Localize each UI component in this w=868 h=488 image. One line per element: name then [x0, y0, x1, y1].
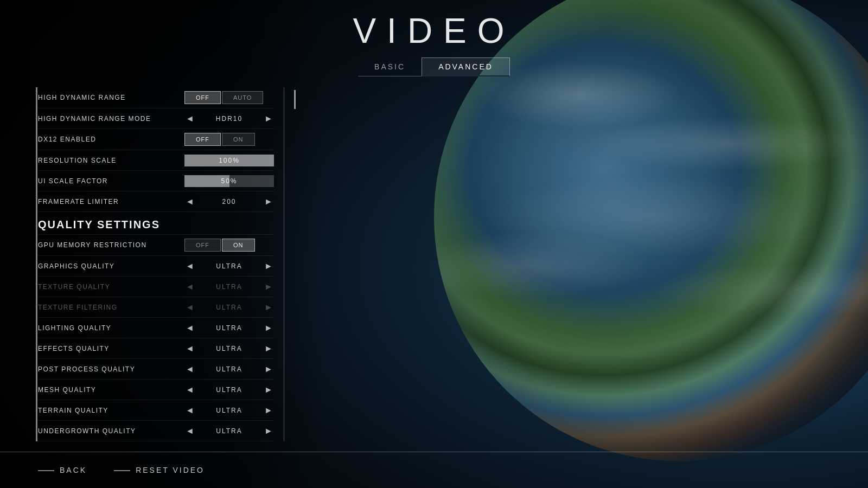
setting-undergrowth-quality: UNDERGROWTH QUALITY ◄ ULTRA ►: [38, 421, 274, 441]
label-terrain-quality: TERRAIN QUALITY: [38, 407, 184, 414]
label-hdr-mode: HIGH DYNAMIC RANGE MODE: [38, 115, 184, 123]
value-resolution-scale: 100%: [219, 157, 240, 164]
selector-mesh-quality: ◄ ULTRA ►: [184, 386, 274, 394]
selector-undergrowth-quality: ◄ ULTRA ►: [184, 427, 274, 435]
arrow-right-texture-quality[interactable]: ►: [263, 282, 274, 291]
setting-mesh-quality: MESH QUALITY ◄ ULTRA ►: [38, 380, 274, 400]
label-lighting-quality: LIGHTING QUALITY: [38, 324, 184, 332]
arrow-left-post-process[interactable]: ◄: [184, 365, 195, 374]
label-dx12: DX12 ENABLED: [38, 136, 184, 143]
setting-effects-quality: EFFECTS QUALITY ◄ ULTRA ►: [38, 338, 274, 359]
arrow-left-undergrowth[interactable]: ◄: [184, 427, 195, 435]
selector-hdr-mode: ◄ HDR10 ►: [184, 114, 274, 123]
arrow-left-lighting[interactable]: ◄: [184, 324, 195, 332]
label-undergrowth-quality: UNDERGROWTH QUALITY: [38, 427, 184, 435]
back-button[interactable]: BACK: [38, 463, 87, 477]
arrow-right-graphics[interactable]: ►: [263, 262, 274, 271]
slider-resolution-scale[interactable]: 100%: [184, 155, 274, 166]
arrow-right-framerate[interactable]: ►: [263, 197, 274, 206]
selector-framerate: ◄ 200 ►: [184, 197, 274, 206]
arrow-left-hdr-mode[interactable]: ◄: [184, 114, 195, 123]
main-content: VIDEO BASIC ADVANCED HIGH DYNAMIC RANGE …: [0, 0, 868, 488]
setting-texture-filtering: TEXTURE FILTERING ◄ ULTRA ►: [38, 297, 274, 318]
setting-high-dynamic-range: HIGH DYNAMIC RANGE OFF AUTO: [38, 87, 274, 108]
header: VIDEO BASIC ADVANCED: [0, 0, 868, 76]
tab-advanced[interactable]: ADVANCED: [422, 57, 510, 76]
toggle-off-hdr[interactable]: OFF: [184, 91, 221, 104]
bottom-bar: BACK RESET VIDEO: [0, 452, 868, 488]
tab-bar: BASIC ADVANCED: [358, 57, 510, 76]
value-framerate: 200: [200, 198, 259, 206]
toggle-auto-hdr[interactable]: AUTO: [222, 91, 263, 104]
value-graphics-quality: ULTRA: [200, 262, 259, 270]
label-effects-quality: EFFECTS QUALITY: [38, 345, 184, 352]
value-mesh-quality: ULTRA: [200, 386, 259, 394]
arrow-right-undergrowth[interactable]: ►: [263, 427, 274, 435]
arrow-left-texture-quality[interactable]: ◄: [184, 282, 195, 291]
label-post-process: POST PROCESS QUALITY: [38, 365, 184, 373]
value-effects-quality: ULTRA: [200, 345, 259, 352]
selector-effects-quality: ◄ ULTRA ►: [184, 344, 274, 353]
value-hdr-mode: HDR10: [200, 115, 259, 123]
toggle-gpu-memory: OFF ON: [184, 239, 255, 252]
scrollbar-thumb[interactable]: [294, 90, 296, 109]
toggle-off-gpu[interactable]: OFF: [184, 239, 221, 252]
label-texture-filtering: TEXTURE FILTERING: [38, 304, 184, 311]
arrow-left-framerate[interactable]: ◄: [184, 197, 195, 206]
arrow-right-texture-filtering[interactable]: ►: [263, 303, 274, 312]
setting-gpu-memory: GPU MEMORY RESTRICTION OFF ON: [38, 235, 274, 256]
value-texture-quality: ULTRA: [200, 283, 259, 291]
setting-lighting-quality: LIGHTING QUALITY ◄ ULTRA ►: [38, 318, 274, 338]
arrow-right-lighting[interactable]: ►: [263, 324, 274, 332]
toggle-on-dx12[interactable]: ON: [222, 133, 255, 146]
arrow-left-mesh[interactable]: ◄: [184, 386, 195, 394]
label-ui-scale: UI SCALE FACTOR: [38, 177, 184, 185]
selector-post-process: ◄ ULTRA ►: [184, 365, 274, 374]
reset-video-button[interactable]: RESET VIDEO: [114, 463, 205, 477]
value-undergrowth-quality: ULTRA: [200, 427, 259, 435]
setting-terrain-quality: TERRAIN QUALITY ◄ ULTRA ►: [38, 400, 274, 421]
arrow-left-terrain[interactable]: ◄: [184, 406, 195, 415]
value-lighting-quality: ULTRA: [200, 324, 259, 332]
setting-hdr-mode: HIGH DYNAMIC RANGE MODE ◄ HDR10 ►: [38, 108, 274, 129]
setting-ui-scale: UI SCALE FACTOR 50%: [38, 171, 274, 191]
settings-panel: HIGH DYNAMIC RANGE OFF AUTO HIGH DYNAMIC…: [38, 87, 274, 441]
label-framerate: FRAMERATE LIMITER: [38, 198, 184, 206]
tab-basic[interactable]: BASIC: [358, 58, 422, 76]
arrow-right-terrain[interactable]: ►: [263, 406, 274, 415]
arrow-right-hdr-mode[interactable]: ►: [263, 114, 274, 123]
arrow-left-graphics[interactable]: ◄: [184, 262, 195, 271]
value-post-process: ULTRA: [200, 365, 259, 373]
toggle-high-dynamic-range: OFF AUTO: [184, 91, 263, 104]
value-terrain-quality: ULTRA: [200, 407, 259, 414]
selector-lighting-quality: ◄ ULTRA ►: [184, 324, 274, 332]
label-high-dynamic-range: HIGH DYNAMIC RANGE: [38, 94, 184, 101]
setting-resolution-scale: RESOLUTION SCALE 100%: [38, 150, 274, 171]
arrow-left-texture-filtering[interactable]: ◄: [184, 303, 195, 312]
arrow-right-mesh[interactable]: ►: [263, 386, 274, 394]
scrollbar-track: [283, 87, 285, 441]
toggle-on-gpu[interactable]: ON: [222, 239, 255, 252]
settings-border: HIGH DYNAMIC RANGE OFF AUTO HIGH DYNAMIC…: [38, 87, 274, 441]
label-graphics-quality: GRAPHICS QUALITY: [38, 262, 184, 270]
arrow-right-post-process[interactable]: ►: [263, 365, 274, 374]
arrow-left-effects[interactable]: ◄: [184, 344, 195, 353]
arrow-right-effects[interactable]: ►: [263, 344, 274, 353]
slider-ui-scale[interactable]: 50%: [184, 175, 274, 187]
setting-dx12: DX12 ENABLED OFF ON: [38, 129, 274, 150]
selector-texture-quality: ◄ ULTRA ►: [184, 282, 274, 291]
label-gpu-memory: GPU MEMORY RESTRICTION: [38, 241, 184, 249]
setting-post-process: POST PROCESS QUALITY ◄ ULTRA ►: [38, 359, 274, 380]
toggle-dx12: OFF ON: [184, 133, 255, 146]
label-mesh-quality: MESH QUALITY: [38, 386, 184, 394]
label-texture-quality: TEXTURE QUALITY: [38, 283, 184, 291]
quality-section-title: QUALITY SETTINGS: [38, 219, 160, 231]
value-ui-scale: 50%: [221, 177, 237, 185]
selector-graphics-quality: ◄ ULTRA ►: [184, 262, 274, 271]
setting-graphics-quality: GRAPHICS QUALITY ◄ ULTRA ►: [38, 256, 274, 277]
setting-texture-quality: TEXTURE QUALITY ◄ ULTRA ►: [38, 277, 274, 297]
selector-terrain-quality: ◄ ULTRA ►: [184, 406, 274, 415]
value-texture-filtering: ULTRA: [200, 304, 259, 311]
page-title: VIDEO: [353, 11, 515, 51]
toggle-off-dx12[interactable]: OFF: [184, 133, 221, 146]
